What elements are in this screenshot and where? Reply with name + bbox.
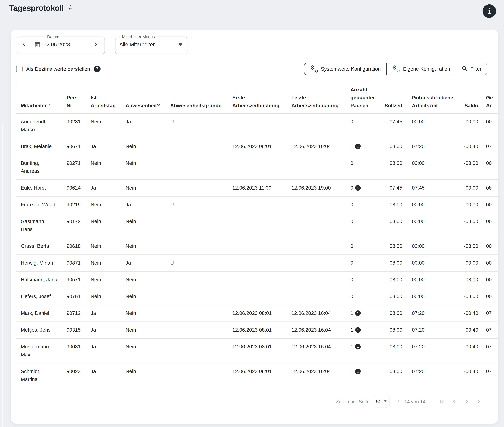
last-page-button[interactable] [476,398,483,406]
column-header-truncated[interactable]: Ge Ar [478,84,498,114]
persnr-cell: 90712 [67,305,91,322]
calendar-icon[interactable] [34,41,41,48]
saldo-cell: -00:40 [459,305,478,322]
pause-info-icon[interactable]: i [355,310,361,316]
employee-mode-select[interactable]: Mitarbeiter Modus Alle Mitarbeiter [115,35,188,54]
employee-name-cell: Gastmann, Hans [16,213,67,238]
sollzeit-cell: 08:00 [384,138,402,155]
pause-info-icon[interactable]: i [355,327,361,333]
next-day-button[interactable] [92,41,99,48]
date-value[interactable]: 12.06.2023 [44,41,70,47]
table-row[interactable]: Brak, Melanie 90671 Ja Nein 12.06.2023 0… [16,138,498,155]
employee-name-cell: Brak, Melanie [16,138,67,155]
table-row[interactable]: Eule, Horst 90624 Ja Nein 12.06.2023 11:… [16,180,498,197]
column-header-persnr[interactable]: Pers- Nr [67,84,91,114]
abwesenheit-cell: Nein [126,363,170,388]
employee-name-cell: Angenendt, Marco [16,114,67,138]
next-page-button[interactable] [463,398,471,406]
truncated-cell: 07 [478,363,498,388]
column-header-letzte-buchung[interactable]: Letzte Arbeitszeitbuchung [291,84,350,114]
sort-asc-icon[interactable]: ↑ [48,102,51,108]
table-row[interactable]: Franzen, Weert 90219 Nein Ja U 0 i 08:00… [16,197,498,213]
table-row[interactable]: Hulsmann, Jana 90571 Nein Nein 0 i 08:00… [16,271,498,288]
erste-buchung-cell: 12.06.2023 08:01 [232,138,291,155]
ist-arbeitstag-cell: Ja [91,338,126,363]
column-header-sollzeit[interactable]: Sollzeit [384,84,402,114]
decimal-toggle-group[interactable]: Als Dezimalwerte darstellen ? [16,66,101,72]
abwesenheit-cell: Nein [126,138,170,155]
date-picker-field[interactable]: Datum 12.06.2023 [17,35,105,54]
filter-button[interactable]: Filter [456,63,487,75]
previous-page-button[interactable] [451,398,458,406]
table-row[interactable]: Marx, Daniel 90712 Ja Nein 12.06.2023 08… [16,305,498,322]
truncated-cell: 00 [478,238,498,255]
column-header-mitarbeiter[interactable]: Mitarbeiter↑ [16,84,67,114]
column-header-abwesenheitsgruende[interactable]: Abwesenheitsgründe [170,84,232,114]
sollzeit-cell: 08:00 [384,213,402,238]
filters-row: Datum 12.06.2023 Mitarbeit [17,35,498,54]
pausen-cell: 0 i [350,288,384,305]
favorite-star-icon[interactable]: ☆ [67,4,74,11]
employee-name-cell: Mustermann, Max [16,338,67,363]
pausen-cell: 0 i [350,180,384,197]
page-header: Tagesprotokoll ☆ [9,3,74,13]
table-row[interactable]: Gastmann, Hans 90172 Nein Nein 0 i 08:00… [16,213,498,238]
table-row[interactable]: Liefers, Josef 90761 Nein Nein 0 i 08:00… [16,288,498,305]
first-page-button[interactable] [438,398,445,406]
page-info-button[interactable]: i [482,4,496,18]
letzte-buchung-cell [291,288,350,305]
pause-info-icon[interactable]: i [355,369,361,374]
pausen-cell: 1 i [350,338,384,363]
ist-arbeitstag-cell: Ja [91,138,126,155]
abwesenheitsgrund-cell [170,363,232,388]
table-row[interactable]: Herwig, Miriam 90871 Nein Ja U 0 i 08:00… [16,255,498,271]
pause-info-icon[interactable]: i [355,144,361,149]
table-row[interactable]: Mettjes, Jens 90315 Ja Nein 12.06.2023 0… [16,322,498,338]
column-header-gutgeschrieben[interactable]: Gutgeschriebene Arbeitszeit [402,84,459,114]
abwesenheitsgrund-cell [170,305,232,322]
employee-name-cell: Grass, Berta [16,238,67,255]
erste-buchung-cell [232,114,291,138]
pause-info-icon[interactable]: i [355,185,361,191]
column-header-saldo[interactable]: Saldo [459,84,478,114]
abwesenheit-cell: Nein [126,271,170,288]
rows-per-page-label: Zeilen pro Seite [336,399,370,404]
erste-buchung-cell: 12.06.2023 08:01 [232,305,291,322]
column-header-erste-buchung[interactable]: Erste Arbeitszeitbuchung [232,84,291,114]
table-row[interactable]: Angenendt, Marco 90231 Nein Ja U 0 i 07:… [16,114,498,138]
previous-day-button[interactable] [20,41,27,48]
abwesenheit-cell: Ja [126,114,170,138]
persnr-cell: 90671 [67,138,91,155]
table-row[interactable]: Grass, Berta 90618 Nein Nein 0 i 08:00 0… [16,238,498,255]
letzte-buchung-cell: 12.06.2023 16:04 [291,322,350,338]
column-header-pausen[interactable]: Anzahl gebuchter Pausen [350,84,384,114]
table-row[interactable]: Schmidt, Martina 90023 Ja Nein 12.06.202… [16,363,498,388]
persnr-cell: 90231 [67,114,91,138]
abwesenheit-cell: Nein [126,338,170,363]
table-container: Mitarbeiter↑ Pers- Nr Ist- Arbeitstag Ab… [16,84,498,388]
system-config-button[interactable]: ⚙⚙ Systemweite Konfiguration [304,63,386,75]
page-title: Tagesprotokoll [9,3,64,13]
gutgeschrieben-cell: 00:00 [402,155,459,180]
table-row[interactable]: Mustermann, Max 90031 Ja Nein 12.06.2023… [16,338,498,363]
abwesenheitsgrund-cell [170,238,232,255]
persnr-cell: 90624 [67,180,91,197]
table-row[interactable]: Bünting, Andreas 90271 Nein Nein 0 i 08:… [16,155,498,180]
gears-icon: ⚙⚙ [310,65,318,73]
date-label: Datum [45,35,61,39]
sollzeit-cell: 08:00 [384,338,402,363]
own-config-button[interactable]: ⚙⚙ Eigene Konfiguration [386,63,456,75]
saldo-cell: -00:40 [459,338,478,363]
controls-row: Als Dezimalwerte darstellen ? ⚙⚙ Systemw… [16,63,498,75]
truncated-cell: 07 [478,338,498,363]
truncated-cell: 00 [478,255,498,271]
column-header-abwesenheit[interactable]: Abwesenheit? [126,84,170,114]
help-icon[interactable]: ? [94,66,101,72]
letzte-buchung-cell [291,271,350,288]
decimal-checkbox[interactable] [16,66,23,72]
pause-info-icon[interactable]: i [355,344,361,350]
column-header-ist-arbeitstag[interactable]: Ist- Arbeitstag [91,84,126,114]
scrollbar[interactable] [2,124,2,427]
employee-name-cell: Marx, Daniel [16,305,67,322]
rows-per-page-select[interactable]: 50 [374,396,390,407]
